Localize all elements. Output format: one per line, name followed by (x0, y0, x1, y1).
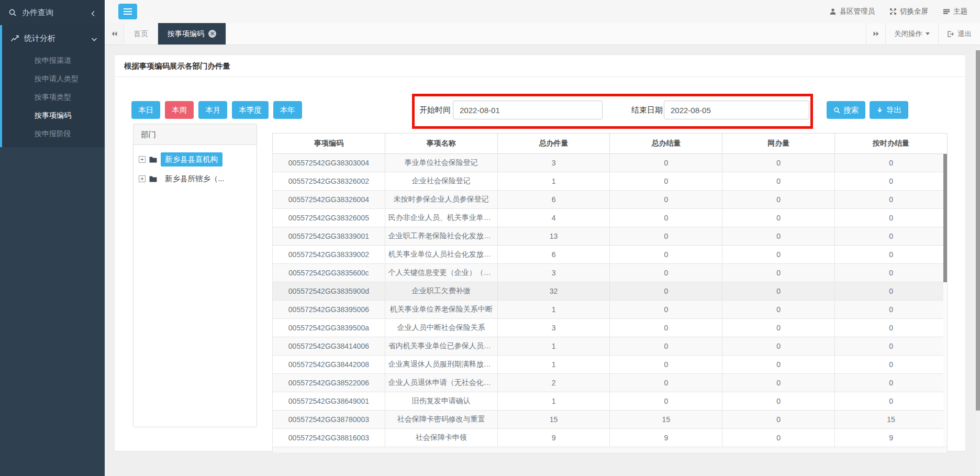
table-cell: 0 (610, 374, 722, 392)
table-row[interactable]: 005572542GG38326005民办非企业人员、机关事业单位非...400… (273, 209, 948, 227)
table-cell: 0 (835, 392, 948, 411)
table-row[interactable]: 005572542GG38816003社会保障卡申领9909 (273, 429, 948, 447)
close-operations-dropdown[interactable]: 关闭操作 (885, 23, 938, 45)
table-cell: 0 (610, 319, 722, 337)
range-quarter-button[interactable]: 本季度 (232, 101, 269, 119)
range-month-button[interactable]: 本月 (198, 101, 227, 119)
sidebar-item-search[interactable]: 办件查询 (0, 0, 105, 25)
search-icon (833, 107, 840, 114)
table-cell: 005572542GG38649001 (273, 392, 385, 411)
table-cell: 企业职工欠费补缴 (385, 282, 497, 301)
sidebar: 办件查询 统计分析 按申报渠道 按申请人类型 按事项类型 按事项编码 按申报阶段 (0, 0, 105, 476)
sidebar-item-by-code[interactable]: 按事项编码 (2, 106, 105, 125)
search-button[interactable]: 搜索 (827, 101, 865, 119)
table-cell: 9 (497, 429, 610, 447)
expand-icon[interactable]: + (139, 156, 146, 163)
table-row[interactable]: 005572542GG3835600c个人关键信息变更（企业）（身份...300… (273, 264, 948, 282)
sidebar-item-by-stage[interactable]: 按申报阶段 (2, 125, 105, 143)
table-cell: 0 (835, 172, 948, 191)
action-buttons: 搜索 导出 (827, 101, 908, 119)
table-cell: 6 (497, 246, 610, 264)
download-icon (876, 107, 883, 114)
tab-home[interactable]: 首页 (124, 23, 158, 45)
tree-node-townships[interactable]: + 新乡县所辖乡（... (139, 172, 251, 186)
tree-node-county-direct[interactable]: + 新乡县县直机构 (139, 152, 251, 167)
table-cell: 0 (835, 264, 948, 282)
department-tree-panel: 部门 + 新乡县县直机构 + 新乡县所辖乡（... (133, 124, 257, 427)
table-scrollbar[interactable] (943, 154, 947, 446)
fullscreen-label: 切换全屏 (900, 7, 928, 16)
table-cell: 4 (497, 209, 610, 227)
start-date-label: 开始时间 (419, 105, 451, 115)
table-cell: 0 (610, 246, 722, 264)
table-cell: 0 (610, 209, 722, 227)
export-button[interactable]: 导出 (870, 101, 908, 119)
table-cell: 0 (722, 319, 835, 337)
table-cell: 民办非企业人员、机关事业单位非... (385, 209, 497, 227)
table-cell: 0 (722, 374, 835, 392)
fullscreen-toggle[interactable]: 切换全屏 (889, 7, 928, 16)
table-row[interactable]: 005572542GG3835900d企业职工欠费补缴32000 (273, 282, 948, 301)
table-cell: 0 (835, 154, 948, 172)
table-cell: 0 (722, 154, 835, 172)
theme-menu[interactable]: 主题 (943, 7, 967, 16)
tab-by-code[interactable]: 按事项编码 ✕ (158, 23, 226, 45)
tabs-scroll-left-button[interactable] (105, 23, 124, 45)
table-cell: 15 (835, 411, 948, 429)
table-cell: 13 (497, 227, 610, 246)
sidebar-group-stats[interactable]: 统计分析 (2, 25, 105, 51)
table-row[interactable]: 005572542GG3839500a企业人员中断社会保险关系3000 (273, 319, 948, 337)
page-scrollbar[interactable] (976, 47, 980, 476)
range-week-button[interactable]: 本周 (165, 101, 194, 119)
table-row[interactable]: 005572542GG38649001旧伤复发申请确认1000 (273, 392, 948, 411)
table-cell: 0 (722, 191, 835, 209)
table-cell: 005572542GG38442008 (273, 356, 385, 374)
table-cell: 005572542GG3835600c (273, 264, 385, 282)
col-item-name: 事项名称 (385, 134, 497, 154)
table-cell: 0 (835, 374, 948, 392)
tabs-scroll-right-button[interactable] (866, 23, 885, 45)
user-menu[interactable]: 县区管理员 (829, 7, 875, 16)
sidebar-search-label: 办件查询 (22, 8, 90, 18)
table-cell: 省内机关事业单位已参保人员恢复... (385, 337, 497, 356)
table-cell: 0 (610, 191, 722, 209)
table-row[interactable]: 005572542GG38326004未按时参保企业人员参保登记6000 (273, 191, 948, 209)
sidebar-group-label: 统计分析 (24, 34, 91, 43)
table-row[interactable]: 005572542GG38780003社会保障卡密码修改与重置1515015 (273, 411, 948, 429)
sidebar-item-by-channel[interactable]: 按申报渠道 (2, 51, 105, 70)
start-date-input[interactable] (453, 101, 603, 119)
logout-button[interactable]: 退出 (938, 23, 980, 45)
table-row[interactable]: 005572542GG38303004事业单位社会保险登记3000 (273, 154, 948, 172)
chevron-left-icon[interactable] (90, 9, 96, 16)
page-scrollbar-thumb[interactable] (976, 50, 980, 411)
table-cell: 005572542GG38339001 (273, 227, 385, 246)
table-row[interactable]: 005572542GG38339002机关事业单位人员社会化发放信息...600… (273, 246, 948, 264)
end-date-input[interactable] (664, 101, 809, 119)
tab-by-code-label: 按事项编码 (168, 29, 204, 39)
tree-header: 部门 (133, 124, 257, 145)
table-cell: 005572542GG38326002 (273, 172, 385, 191)
tab-close-icon[interactable]: ✕ (208, 30, 216, 38)
table-cell: 0 (722, 301, 835, 319)
sidebar-item-by-type[interactable]: 按事项类型 (2, 88, 105, 106)
table-row[interactable]: 005572542GG38522006企业人员退休申请（无社会化发放...200… (273, 374, 948, 392)
table-row[interactable]: 005572542GG38395006机关事业单位养老保险关系中断1000 (273, 301, 948, 319)
table-row[interactable]: 005572542GG38339001企业职工养老保险社会化发放信息...130… (273, 227, 948, 246)
table-cell: 旧伤复发申请确认 (385, 392, 497, 411)
double-chevron-right-icon (873, 30, 879, 37)
sidebar-item-by-applicant[interactable]: 按申请人类型 (2, 70, 105, 88)
menu-toggle-button[interactable] (118, 4, 137, 19)
folder-icon (149, 175, 157, 182)
table-row[interactable]: 005572542GG38442008企业离退休人员服刑期满释放后恢...100… (273, 356, 948, 374)
chart-line-icon (10, 34, 19, 42)
table-scrollbar-thumb[interactable] (943, 154, 947, 282)
table-cell: 0 (722, 429, 835, 447)
table-row[interactable]: 005572542GG38414006省内机关事业单位已参保人员恢复...100… (273, 337, 948, 356)
table-cell: 0 (835, 227, 948, 246)
expand-icon[interactable]: + (139, 175, 146, 182)
table-cell: 0 (835, 246, 948, 264)
range-today-button[interactable]: 本日 (131, 101, 160, 119)
table-cell: 6 (497, 191, 610, 209)
table-row[interactable]: 005572542GG38326002企业社会保险登记1000 (273, 172, 948, 191)
range-year-button[interactable]: 本年 (273, 101, 302, 119)
